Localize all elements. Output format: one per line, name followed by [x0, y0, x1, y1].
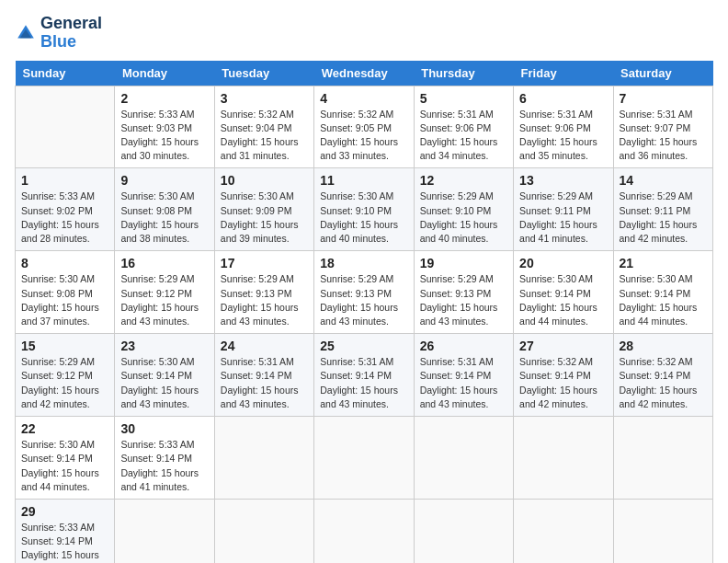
day-info: Sunrise: 5:30 AMSunset: 9:09 PMDaylight:…	[221, 190, 308, 246]
day-number: 7	[620, 91, 707, 106]
page-header: General Blue	[15, 15, 713, 52]
day-info: Sunrise: 5:29 AMSunset: 9:12 PMDaylight:…	[21, 355, 108, 411]
day-number: 10	[221, 173, 308, 188]
calendar-day-cell: 1Sunrise: 5:33 AMSunset: 9:02 PMDaylight…	[16, 168, 115, 251]
calendar-day-cell: 15Sunrise: 5:29 AMSunset: 9:12 PMDayligh…	[16, 334, 115, 417]
day-number: 25	[320, 339, 407, 353]
calendar-day-cell: 14Sunrise: 5:29 AMSunset: 9:11 PMDayligh…	[613, 168, 712, 251]
calendar-day-cell: 23Sunrise: 5:30 AMSunset: 9:14 PMDayligh…	[115, 334, 214, 417]
day-number: 26	[420, 339, 507, 353]
day-info: Sunrise: 5:30 AMSunset: 9:08 PMDaylight:…	[120, 190, 208, 246]
day-info: Sunrise: 5:32 AMSunset: 9:04 PMDaylight:…	[221, 108, 308, 164]
calendar-header-cell: Monday	[115, 61, 214, 86]
calendar-day-cell: 28Sunrise: 5:32 AMSunset: 9:14 PMDayligh…	[613, 334, 712, 417]
day-number: 24	[221, 339, 308, 353]
day-info: Sunrise: 5:29 AMSunset: 9:11 PMDaylight:…	[519, 190, 607, 246]
calendar-header-cell: Thursday	[414, 61, 513, 86]
calendar-header-row: SundayMondayTuesdayWednesdayThursdayFrid…	[16, 61, 713, 86]
calendar-header-cell: Friday	[514, 61, 613, 86]
day-info: Sunrise: 5:33 AMSunset: 9:03 PMDaylight:…	[120, 108, 208, 164]
calendar-day-cell	[16, 86, 115, 168]
day-number: 21	[620, 256, 707, 270]
day-info: Sunrise: 5:30 AMSunset: 9:10 PMDaylight:…	[320, 190, 407, 246]
day-number: 30	[120, 421, 208, 436]
day-number: 6	[519, 91, 607, 106]
day-number: 2	[120, 91, 208, 106]
calendar-table: SundayMondayTuesdayWednesdayThursdayFrid…	[15, 61, 713, 563]
calendar-day-cell: 24Sunrise: 5:31 AMSunset: 9:14 PMDayligh…	[214, 334, 313, 417]
day-info: Sunrise: 5:30 AMSunset: 9:14 PMDaylight:…	[620, 272, 707, 328]
logo-icon	[15, 22, 37, 44]
day-info: Sunrise: 5:33 AMSunset: 9:02 PMDaylight:…	[21, 190, 108, 246]
calendar-day-cell: 30Sunrise: 5:33 AMSunset: 9:14 PMDayligh…	[115, 417, 214, 500]
calendar-day-cell	[514, 417, 613, 500]
calendar-day-cell: 4Sunrise: 5:32 AMSunset: 9:05 PMDaylight…	[314, 86, 414, 168]
logo: General Blue	[15, 15, 102, 52]
day-number: 23	[120, 339, 208, 353]
calendar-day-cell: 17Sunrise: 5:29 AMSunset: 9:13 PMDayligh…	[214, 251, 313, 334]
calendar-day-cell	[414, 417, 513, 500]
calendar-day-cell: 18Sunrise: 5:29 AMSunset: 9:13 PMDayligh…	[314, 251, 414, 334]
calendar-day-cell: 9Sunrise: 5:30 AMSunset: 9:08 PMDaylight…	[115, 168, 214, 251]
day-info: Sunrise: 5:31 AMSunset: 9:14 PMDaylight:…	[320, 355, 407, 411]
day-number: 1	[21, 173, 108, 188]
day-number: 16	[120, 256, 208, 270]
calendar-day-cell	[214, 499, 313, 563]
calendar-week-row: 15Sunrise: 5:29 AMSunset: 9:12 PMDayligh…	[16, 334, 713, 417]
calendar-header-cell: Sunday	[16, 61, 115, 86]
calendar-day-cell	[115, 499, 214, 563]
day-info: Sunrise: 5:31 AMSunset: 9:14 PMDaylight:…	[420, 355, 507, 411]
day-info: Sunrise: 5:31 AMSunset: 9:14 PMDaylight:…	[221, 355, 308, 411]
day-number: 27	[519, 339, 607, 353]
day-info: Sunrise: 5:30 AMSunset: 9:14 PMDaylight:…	[519, 272, 607, 328]
calendar-header-cell: Saturday	[613, 61, 712, 86]
day-number: 3	[221, 91, 308, 106]
calendar-day-cell: 26Sunrise: 5:31 AMSunset: 9:14 PMDayligh…	[414, 334, 513, 417]
calendar-header-cell: Wednesday	[314, 61, 414, 86]
day-info: Sunrise: 5:33 AMSunset: 9:14 PMDaylight:…	[21, 521, 108, 563]
day-number: 12	[420, 173, 507, 188]
day-number: 19	[420, 256, 507, 270]
calendar-week-row: 29Sunrise: 5:33 AMSunset: 9:14 PMDayligh…	[16, 499, 713, 563]
calendar-week-row: 22Sunrise: 5:30 AMSunset: 9:14 PMDayligh…	[16, 417, 713, 500]
day-info: Sunrise: 5:31 AMSunset: 9:07 PMDaylight:…	[620, 108, 707, 164]
day-number: 15	[21, 339, 108, 353]
calendar-day-cell: 19Sunrise: 5:29 AMSunset: 9:13 PMDayligh…	[414, 251, 513, 334]
day-info: Sunrise: 5:33 AMSunset: 9:14 PMDaylight:…	[120, 438, 208, 494]
calendar-day-cell: 22Sunrise: 5:30 AMSunset: 9:14 PMDayligh…	[16, 417, 115, 500]
day-info: Sunrise: 5:32 AMSunset: 9:14 PMDaylight:…	[519, 355, 607, 411]
calendar-week-row: 1Sunrise: 5:33 AMSunset: 9:02 PMDaylight…	[16, 168, 713, 251]
calendar-day-cell	[214, 417, 313, 500]
calendar-day-cell: 3Sunrise: 5:32 AMSunset: 9:04 PMDaylight…	[214, 86, 313, 168]
calendar-day-cell: 7Sunrise: 5:31 AMSunset: 9:07 PMDaylight…	[613, 86, 712, 168]
calendar-week-row: 2Sunrise: 5:33 AMSunset: 9:03 PMDaylight…	[16, 86, 713, 168]
day-info: Sunrise: 5:29 AMSunset: 9:13 PMDaylight:…	[221, 272, 308, 328]
calendar-day-cell: 20Sunrise: 5:30 AMSunset: 9:14 PMDayligh…	[514, 251, 613, 334]
day-number: 17	[221, 256, 308, 270]
day-info: Sunrise: 5:29 AMSunset: 9:10 PMDaylight:…	[420, 190, 507, 246]
day-info: Sunrise: 5:30 AMSunset: 9:08 PMDaylight:…	[21, 272, 108, 328]
calendar-day-cell: 5Sunrise: 5:31 AMSunset: 9:06 PMDaylight…	[414, 86, 513, 168]
calendar-day-cell: 6Sunrise: 5:31 AMSunset: 9:06 PMDaylight…	[514, 86, 613, 168]
day-number: 4	[320, 91, 407, 106]
calendar-day-cell: 29Sunrise: 5:33 AMSunset: 9:14 PMDayligh…	[16, 499, 115, 563]
calendar-header-cell: Tuesday	[214, 61, 313, 86]
day-info: Sunrise: 5:30 AMSunset: 9:14 PMDaylight:…	[120, 355, 208, 411]
calendar-day-cell: 13Sunrise: 5:29 AMSunset: 9:11 PMDayligh…	[514, 168, 613, 251]
day-number: 5	[420, 91, 507, 106]
day-number: 14	[620, 173, 707, 188]
day-info: Sunrise: 5:29 AMSunset: 9:13 PMDaylight:…	[420, 272, 507, 328]
day-info: Sunrise: 5:32 AMSunset: 9:14 PMDaylight:…	[620, 355, 707, 411]
calendar-day-cell: 12Sunrise: 5:29 AMSunset: 9:10 PMDayligh…	[414, 168, 513, 251]
calendar-day-cell: 27Sunrise: 5:32 AMSunset: 9:14 PMDayligh…	[514, 334, 613, 417]
day-number: 28	[620, 339, 707, 353]
day-number: 22	[21, 421, 108, 436]
day-number: 18	[320, 256, 407, 270]
calendar-day-cell: 8Sunrise: 5:30 AMSunset: 9:08 PMDaylight…	[16, 251, 115, 334]
calendar-day-cell: 16Sunrise: 5:29 AMSunset: 9:12 PMDayligh…	[115, 251, 214, 334]
calendar-day-cell	[613, 417, 712, 500]
calendar-day-cell: 10Sunrise: 5:30 AMSunset: 9:09 PMDayligh…	[214, 168, 313, 251]
day-number: 9	[120, 173, 208, 188]
day-info: Sunrise: 5:32 AMSunset: 9:05 PMDaylight:…	[320, 108, 407, 164]
day-info: Sunrise: 5:29 AMSunset: 9:11 PMDaylight:…	[620, 190, 707, 246]
